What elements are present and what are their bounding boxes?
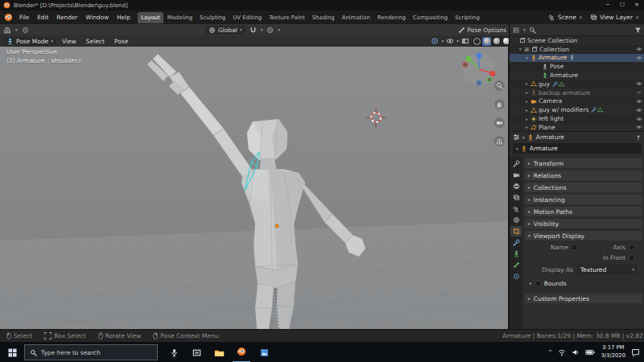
outliner-row-backup-armature[interactable]: ▸ backup armature — [510, 88, 644, 97]
3d-viewport[interactable]: User Perspective (2) Armature : shoulder… — [0, 47, 508, 329]
outliner-editor-dropdown-icon[interactable]: ▾ — [523, 27, 526, 32]
view-layer-selector[interactable]: View Layer ✕ — [590, 14, 639, 21]
overlays-dropdown-icon[interactable]: ▾ — [456, 39, 459, 43]
eye-icon[interactable] — [636, 55, 642, 61]
start-button[interactable] — [0, 342, 24, 362]
blender-app-button[interactable] — [233, 342, 250, 362]
pan-tool-button[interactable] — [494, 99, 505, 109]
outliner-row-scene-collection[interactable]: Scene Collection — [510, 36, 644, 45]
expand-icon[interactable]: ▸ — [523, 125, 530, 130]
menu-render[interactable]: Render — [52, 14, 81, 21]
lowered-upper-arm[interactable] — [297, 179, 332, 222]
snap-dropdown-icon[interactable]: ▾ — [261, 27, 263, 32]
scene-selector[interactable]: Scene ✕ — [548, 14, 583, 21]
raised-forearm[interactable] — [180, 87, 224, 135]
photos-app-button[interactable] — [255, 343, 273, 362]
expand-icon[interactable]: ▸ — [523, 81, 530, 86]
cortana-mic-button[interactable] — [165, 343, 183, 362]
xray-toggle-icon[interactable] — [461, 37, 469, 45]
tab-tool[interactable] — [510, 158, 522, 169]
editor-type-icon[interactable] — [3, 26, 11, 34]
bounds-checkbox[interactable] — [535, 281, 541, 286]
outliner-filter-icon[interactable] — [634, 27, 642, 34]
tab-object[interactable] — [510, 226, 522, 237]
pin-icon[interactable] — [635, 134, 642, 141]
maximize-button[interactable]: ☐ — [615, 0, 630, 10]
3d-cursor[interactable] — [366, 108, 386, 127]
mode-selector[interactable]: Pose Mode ▾ — [3, 37, 56, 46]
eye-icon[interactable] — [636, 89, 642, 96]
axis-checkbox[interactable] — [629, 245, 634, 250]
tab-bone[interactable] — [510, 260, 522, 270]
menu-window[interactable]: Window — [81, 14, 113, 21]
tab-texture-paint[interactable]: Texture Paint — [266, 12, 308, 23]
outliner-row-camera[interactable]: ▸ Camera — [510, 97, 644, 106]
collapse-icon[interactable]: ▾ — [517, 47, 524, 51]
pose-options-label[interactable]: Pose Options — [468, 27, 507, 34]
taskbar-clock[interactable]: 3:17 PM 3/3/2020 — [601, 344, 625, 360]
menu-edit[interactable]: Edit — [33, 14, 52, 21]
subsection-bounds[interactable]: ▸ Bounds — [526, 278, 641, 288]
expand-icon[interactable]: ▸ — [523, 99, 530, 104]
menu-pose[interactable]: Pose — [110, 38, 132, 45]
expand-icon[interactable]: ▸ — [523, 90, 530, 95]
outliner-row-armature[interactable]: ▾ Armature — [510, 54, 644, 63]
outliner-row-collection[interactable]: ▾ ✓ Collection — [510, 45, 644, 54]
collapse-icon[interactable]: ▾ — [523, 56, 530, 60]
in-front-checkbox[interactable] — [629, 255, 634, 261]
volume-icon[interactable] — [572, 348, 580, 356]
eye-icon[interactable] — [636, 124, 642, 130]
gizmo-z-neg[interactable] — [477, 80, 481, 85]
zoom-tool-button[interactable] — [494, 80, 505, 91]
tab-scene[interactable] — [510, 204, 522, 214]
battery-icon[interactable] — [585, 349, 595, 356]
tab-modifiers[interactable] — [510, 237, 522, 248]
file-explorer-button[interactable] — [210, 343, 228, 362]
network-icon[interactable] — [558, 348, 566, 356]
view-layer-unlink-icon[interactable]: ✕ — [635, 14, 639, 20]
tab-scripting[interactable]: Scripting — [452, 12, 484, 23]
section-instancing[interactable]: ▸ Instancing — [525, 195, 642, 204]
scene-unlink-icon[interactable]: ✕ — [579, 14, 583, 20]
section-motion-paths[interactable]: ▸ Motion Paths — [525, 207, 642, 216]
expand-icon[interactable]: ▸ — [523, 117, 530, 121]
datablock-selector[interactable]: ▾ Armature — [513, 143, 642, 154]
minimize-button[interactable]: ─ — [601, 0, 615, 10]
tab-shading[interactable]: Shading — [308, 12, 338, 23]
eye-icon[interactable] — [636, 80, 642, 87]
name-checkbox[interactable] — [572, 245, 577, 250]
gizmo-z-axis[interactable] — [477, 53, 482, 59]
tab-modeling[interactable]: Modeling — [163, 12, 196, 23]
shading-material-button[interactable] — [492, 37, 501, 46]
gizmos-dropdown-icon[interactable]: ▾ — [441, 39, 444, 43]
outliner-row-guy[interactable]: ▸ guy — [510, 80, 644, 88]
menu-help[interactable]: Help — [113, 14, 134, 21]
display-as-dropdown[interactable]: Textured ▾ — [577, 265, 638, 274]
tab-rendering[interactable]: Rendering — [374, 12, 409, 23]
section-visibility[interactable]: ▸ Visibility — [525, 219, 642, 228]
menu-view[interactable]: View — [58, 38, 80, 45]
section-transform[interactable]: ▸ Transform — [525, 158, 642, 168]
ortho-toggle-button[interactable] — [494, 136, 505, 146]
outliner-editor-icon[interactable] — [513, 27, 520, 34]
tab-view-layer[interactable] — [510, 192, 522, 203]
collection-checkbox[interactable]: ✓ — [524, 47, 530, 52]
section-viewport-display[interactable]: ▾ Viewport Display — [525, 231, 642, 241]
gizmo-y-axis[interactable] — [466, 56, 472, 62]
expand-icon[interactable]: ▸ — [523, 108, 530, 113]
tab-animation[interactable]: Animation — [338, 12, 374, 23]
tab-object-data[interactable] — [510, 249, 522, 259]
tab-output[interactable] — [510, 181, 522, 191]
close-button[interactable]: ✕ — [630, 0, 644, 10]
tab-world[interactable] — [510, 215, 522, 225]
outliner-row-armature-data[interactable]: Armature — [510, 71, 644, 80]
outliner-row-left-light[interactable]: ▸ left light — [510, 114, 644, 123]
gizmo-x-axis[interactable] — [490, 71, 496, 76]
tab-layout[interactable]: Layout — [138, 12, 163, 23]
section-custom-properties[interactable]: ▸ Custom Properties — [525, 294, 642, 303]
eye-icon[interactable] — [636, 107, 642, 113]
properties-editor-dropdown-icon[interactable]: ▾ — [522, 135, 525, 140]
tool-settings-icon[interactable] — [22, 27, 29, 34]
datablock-browse-icon[interactable]: ▾ — [516, 146, 518, 151]
outliner-search-icon[interactable] — [529, 27, 536, 34]
